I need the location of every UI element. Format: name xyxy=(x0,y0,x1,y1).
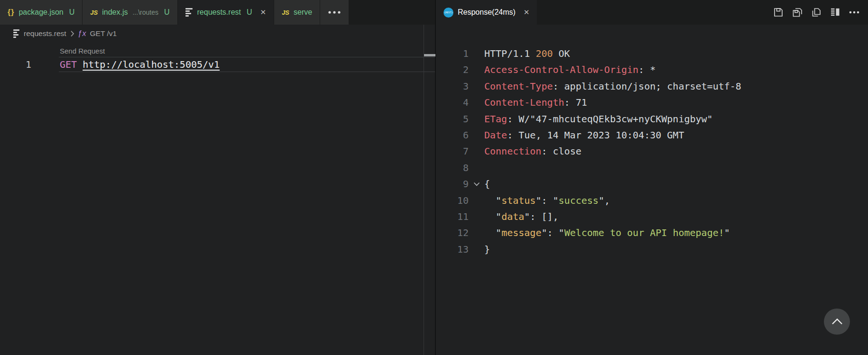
fold-column xyxy=(469,62,484,78)
code-token: Content-Type xyxy=(484,81,553,92)
fold-column xyxy=(469,192,484,209)
code-token: ETag xyxy=(484,113,507,125)
modified-badge: U xyxy=(164,8,170,17)
rest-file-icon xyxy=(13,29,20,38)
code-token: " xyxy=(599,195,604,206)
symbol-method-icon: ƒx xyxy=(78,29,86,38)
tab-bar: {}package.jsonUJSindex.js...\routesUrequ… xyxy=(0,0,868,25)
chevron-right-icon xyxy=(70,30,74,37)
code-token: " xyxy=(496,211,501,222)
breadcrumb-symbol[interactable]: GET /v1 xyxy=(90,29,117,38)
tab-label: requests.rest xyxy=(197,8,241,17)
line-number: 8 xyxy=(436,160,469,176)
more-tabs-ellipsis-icon xyxy=(328,11,341,14)
fold-column xyxy=(469,143,484,159)
tab-index.js[interactable]: JSindex.js...\routesU xyxy=(83,0,177,25)
tab-response[interactable]: {REST} Response(24ms) ✕ xyxy=(436,0,537,25)
tab-label: serve xyxy=(294,8,312,17)
line-number: 3 xyxy=(436,78,469,94)
fold-column xyxy=(469,94,484,110)
close-icon[interactable]: ✕ xyxy=(260,8,267,17)
code-token: " xyxy=(553,195,559,206)
line-number: 13 xyxy=(436,241,469,257)
code-token: Date xyxy=(484,129,507,141)
code-line: 9{ xyxy=(436,176,868,192)
split-editor-button[interactable] xyxy=(829,6,841,18)
tab-package.json[interactable]: {}package.jsonU xyxy=(0,0,83,25)
code-token: OK xyxy=(553,48,570,59)
save-all-icon xyxy=(792,7,803,18)
tab-serve[interactable]: JSserve xyxy=(274,0,320,25)
tab-label: index.js xyxy=(102,8,128,17)
code-text: "message": "Welcome to our API homepage!… xyxy=(484,225,868,241)
tab-description: ...\routes xyxy=(132,9,158,16)
fold-column xyxy=(469,225,484,241)
code-token: Connection xyxy=(484,146,541,157)
code-text: "status": "success", xyxy=(484,192,868,209)
code-token: success xyxy=(559,195,599,206)
code-token: { xyxy=(484,178,490,190)
overview-ruler-marker xyxy=(424,54,435,56)
left-tab-list: {}package.jsonUJSindex.js...\routesUrequ… xyxy=(0,0,435,25)
close-icon[interactable]: ✕ xyxy=(524,8,530,17)
code-token: " xyxy=(724,227,730,238)
tab-requests.rest[interactable]: requests.restU✕ xyxy=(178,0,275,25)
copy-button[interactable] xyxy=(810,6,822,18)
line-number: 6 xyxy=(436,127,469,143)
chevron-up-icon xyxy=(831,319,843,325)
fold-column xyxy=(469,78,484,94)
editor-actions xyxy=(772,0,860,25)
code-token: Welcome to our API homepage! xyxy=(564,227,724,238)
code-token: : * xyxy=(638,64,656,75)
js-icon: JS xyxy=(282,9,289,16)
code-token: " xyxy=(496,227,501,238)
fold-column xyxy=(469,241,484,257)
code-line: 11 "data": [], xyxy=(436,209,868,225)
code-token: " xyxy=(559,227,564,238)
fold-column xyxy=(469,209,484,225)
breadcrumb-file[interactable]: requests.rest xyxy=(24,29,66,38)
split-editor-icon xyxy=(830,7,841,18)
code-token: " xyxy=(536,195,541,206)
line-number: 10 xyxy=(436,192,469,209)
code-text: ETag: W/"47-mhcuteqQEkb3cw+nyCKWpnigbyw" xyxy=(484,111,868,127)
code-text: } xyxy=(484,241,868,257)
overview-ruler[interactable] xyxy=(424,25,435,355)
code-text: { xyxy=(484,176,868,192)
send-request-codelens[interactable]: Send Request xyxy=(60,47,105,55)
code-text: Content-Length: 71 xyxy=(484,94,868,110)
request-url[interactable]: http://localhost:5005/v1 xyxy=(83,59,220,70)
code-token: } xyxy=(484,244,490,255)
more-tabs-button[interactable] xyxy=(320,0,349,25)
http-method: GET xyxy=(60,59,77,70)
modified-badge: U xyxy=(247,8,252,17)
response-tab-label: Response(24ms) xyxy=(458,8,516,17)
code-line: 1HTTP/1.1 200 OK xyxy=(436,46,868,62)
code-text: Connection: close xyxy=(484,143,868,159)
code-token: Access-Control-Allow-Origin xyxy=(484,64,638,75)
copy-icon xyxy=(811,7,822,18)
breadcrumb: requests.rest ƒx GET /v1 xyxy=(0,25,435,43)
code-line: 4Content-Length: 71 xyxy=(436,94,868,110)
scroll-top-button[interactable] xyxy=(824,309,850,335)
save-button[interactable] xyxy=(772,6,785,18)
response-editor: 1HTTP/1.1 200 OK2Access-Control-Allow-Or… xyxy=(436,25,868,355)
line-number: 11 xyxy=(436,209,469,225)
code-token: data xyxy=(501,211,524,222)
code-line: 6Date: Tue, 14 Mar 2023 10:04:30 GMT xyxy=(436,127,868,143)
code-token: message xyxy=(501,227,541,238)
fold-column xyxy=(469,160,484,176)
code-line: 2Access-Control-Allow-Origin: * xyxy=(436,62,868,78)
code-token: : close xyxy=(541,146,581,157)
save-all-button[interactable] xyxy=(791,6,803,18)
code-line: 5ETag: W/"47-mhcuteqQEkb3cw+nyCKWpnigbyw… xyxy=(436,111,868,127)
line-number: 2 xyxy=(436,62,469,78)
code-token: : [], xyxy=(530,211,558,222)
code-token: " xyxy=(541,227,547,238)
fold-chevron-icon[interactable] xyxy=(469,176,484,192)
more-actions-button[interactable] xyxy=(848,6,860,18)
line-number: 7 xyxy=(436,143,469,159)
code-token: " xyxy=(524,211,530,222)
code-token: , xyxy=(604,195,610,206)
code-text: Access-Control-Allow-Origin: * xyxy=(484,62,868,78)
